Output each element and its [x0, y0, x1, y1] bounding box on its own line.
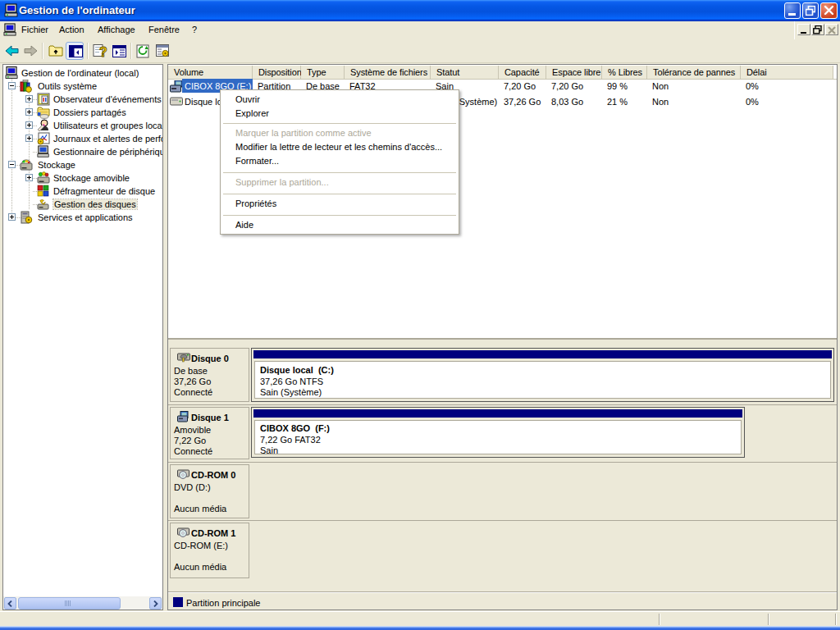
svg-text:?: ?: [99, 45, 107, 59]
